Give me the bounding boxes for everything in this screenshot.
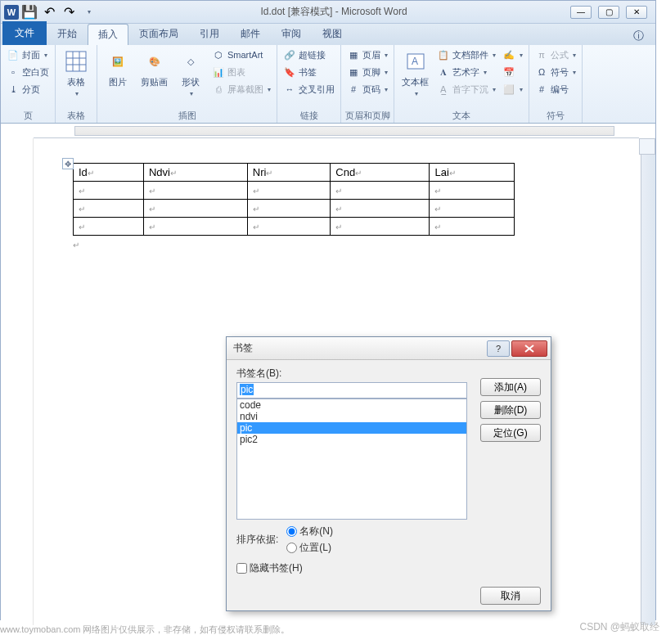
bookmark-name-input[interactable]: pic <box>236 382 467 399</box>
qat-undo[interactable]: ↶ <box>40 3 58 21</box>
equation-icon: π <box>535 48 548 61</box>
group-symbols: π公式▾ Ω符号▾ #编号 符号 <box>529 45 583 123</box>
hide-bookmarks-checkbox[interactable]: 隐藏书签(H) <box>236 561 541 575</box>
redo-icon: ↷ <box>64 4 74 20</box>
tab-review[interactable]: 审阅 <box>271 23 312 45</box>
horizontal-ruler[interactable] <box>34 124 639 138</box>
number-icon: # <box>535 83 548 96</box>
pagenum-icon: # <box>347 83 360 96</box>
watermark-left: www.toymoban.com 网络图片仅供展示，非存储，如有侵权请联系删除。 <box>0 624 290 636</box>
datetime-button[interactable]: 📅 <box>500 64 525 80</box>
header-icon: ▦ <box>347 48 360 61</box>
group-hf-label: 页眉和页脚 <box>344 110 390 123</box>
cancel-button[interactable]: 取消 <box>480 587 541 605</box>
group-text: A文本框▾ 📋文档部件▾ 𝐀艺术字▾ A̲首字下沉▾ ✍▾ 📅 ⬜▾ 文本 <box>394 45 529 123</box>
tab-home[interactable]: 开始 <box>47 23 88 45</box>
table-cell: Ndvi↵ <box>143 164 247 182</box>
tab-mailings[interactable]: 邮件 <box>230 23 271 45</box>
titlebar: W 💾 ↶ ↷ ▾ Id.dot [兼容模式] - Microsoft Word… <box>1 1 655 24</box>
table-cell: Lai↵ <box>430 164 515 182</box>
save-icon: 💾 <box>21 4 38 20</box>
tab-insert[interactable]: 插入 <box>88 24 128 45</box>
screenshot-button[interactable]: ⎙屏幕截图▾ <box>209 81 273 97</box>
tab-layout[interactable]: 页面布局 <box>128 23 189 45</box>
blank-page-button[interactable]: ▫空白页 <box>4 64 52 80</box>
document-table[interactable]: Id↵ Ndvi↵ Nri↵ Cnd↵ Lai↵ ↵↵↵↵↵ ↵↵↵↵↵ ↵↵↵… <box>73 163 515 236</box>
sort-name-radio[interactable]: 名称(N) <box>286 525 333 538</box>
bookmark-dialog: 书签 ? 书签名(B): pic code ndvi pic pic2 添加(A… <box>226 336 551 611</box>
sort-location-radio[interactable]: 位置(L) <box>286 541 333 555</box>
footer-button[interactable]: ▦页脚▾ <box>344 64 390 80</box>
table-handle[interactable]: ✥ <box>62 158 74 169</box>
minimize-button[interactable]: ― <box>570 6 592 19</box>
bookmark-list[interactable]: code ndvi pic pic2 <box>236 399 467 520</box>
tab-file[interactable]: 文件 <box>2 21 47 45</box>
group-illus-label: 插图 <box>101 110 273 123</box>
smartart-button[interactable]: ⬡SmartArt <box>209 47 273 63</box>
ribbon-tabs: 文件 开始 插入 页面布局 引用 邮件 审阅 视图 ⓘ <box>1 24 655 45</box>
signature-icon: ✍ <box>502 48 515 61</box>
svg-rect-0 <box>66 52 86 71</box>
equation-button[interactable]: π公式▾ <box>533 47 578 63</box>
table-icon <box>63 48 89 74</box>
number-button[interactable]: #编号 <box>533 81 578 97</box>
bookmark-button[interactable]: 🔖书签 <box>281 64 337 80</box>
pagenum-button[interactable]: #页码▾ <box>344 81 390 97</box>
list-item[interactable]: pic2 <box>237 434 466 445</box>
goto-button[interactable]: 定位(G) <box>480 424 541 442</box>
dropcap-icon: A̲ <box>437 83 450 96</box>
page-break-button[interactable]: ⤓分页 <box>4 81 52 97</box>
close-button[interactable]: ✕ <box>626 6 647 19</box>
window-title: Id.dot [兼容模式] - Microsoft Word <box>97 5 570 19</box>
qat-dropdown[interactable]: ▾ <box>79 3 97 21</box>
word-icon: W <box>4 5 19 20</box>
list-item[interactable]: code <box>237 399 466 411</box>
tab-view[interactable]: 视图 <box>312 23 353 45</box>
sort-label: 排序依据: <box>236 533 278 547</box>
ribbon-help[interactable]: ⓘ <box>628 27 649 45</box>
crossref-button[interactable]: ↔交叉引用 <box>281 81 337 97</box>
maximize-button[interactable]: ▢ <box>598 6 619 19</box>
group-links-label: 链接 <box>281 110 337 123</box>
table-button[interactable]: 表格▾ <box>59 47 93 99</box>
table-row: ↵↵↵↵↵ <box>74 200 515 218</box>
list-item[interactable]: ndvi <box>237 411 466 422</box>
undo-icon: ↶ <box>44 4 55 20</box>
object-icon: ⬜ <box>502 83 515 96</box>
picture-button[interactable]: 🖼️图片 <box>101 47 135 90</box>
quickparts-button[interactable]: 📋文档部件▾ <box>434 47 498 63</box>
table-row: Id↵ Ndvi↵ Nri↵ Cnd↵ Lai↵ <box>74 164 515 182</box>
symbol-button[interactable]: Ω符号▾ <box>533 64 578 80</box>
wordart-button[interactable]: 𝐀艺术字▾ <box>434 64 498 80</box>
picture-icon: 🖼️ <box>105 48 131 74</box>
dialog-close-button[interactable] <box>511 340 547 357</box>
symbol-icon: Ω <box>535 65 548 79</box>
side-panel-toggle[interactable] <box>639 138 655 155</box>
chart-button[interactable]: 📊图表 <box>209 64 273 80</box>
shapes-button[interactable]: ◇形状▾ <box>173 47 208 99</box>
clipart-button[interactable]: 🎨剪贴画 <box>137 47 172 90</box>
qat-save[interactable]: 💾 <box>20 3 38 21</box>
textbox-icon: A <box>403 48 429 74</box>
dialog-titlebar[interactable]: 书签 ? <box>227 337 551 360</box>
vertical-scrollbar[interactable] <box>641 138 655 625</box>
textbox-button[interactable]: A文本框▾ <box>398 47 433 99</box>
break-icon: ⤓ <box>7 83 20 96</box>
dialog-help-button[interactable]: ? <box>487 340 510 357</box>
chevron-down-icon: ▾ <box>88 8 91 16</box>
hyperlink-button[interactable]: 🔗超链接 <box>281 47 337 63</box>
dropcap-button[interactable]: A̲首字下沉▾ <box>434 81 498 97</box>
group-tables: 表格▾ 表格 <box>56 45 97 123</box>
tab-references[interactable]: 引用 <box>189 23 230 45</box>
delete-button[interactable]: 删除(D) <box>480 401 541 419</box>
cover-page-button[interactable]: 📄封面▾ <box>4 47 52 63</box>
vertical-ruler[interactable] <box>1 138 34 625</box>
qat-redo[interactable]: ↷ <box>60 3 78 21</box>
bookmark-icon: 🔖 <box>283 65 296 79</box>
add-button[interactable]: 添加(A) <box>480 378 541 396</box>
list-item[interactable]: pic <box>237 422 466 434</box>
object-button[interactable]: ⬜▾ <box>500 81 525 97</box>
hyperlink-icon: 🔗 <box>283 48 296 61</box>
header-button[interactable]: ▦页眉▾ <box>344 47 390 63</box>
signature-button[interactable]: ✍▾ <box>500 47 525 63</box>
